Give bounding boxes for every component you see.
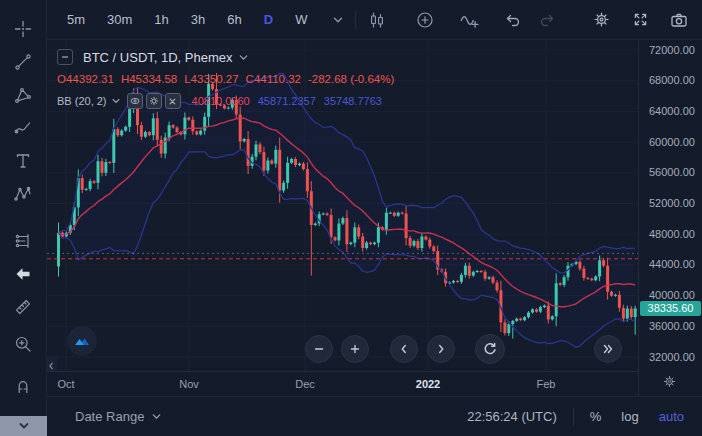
timeframe-w[interactable]: W [295, 12, 307, 27]
chevron-down-icon[interactable] [238, 52, 249, 63]
maximize-chart-button[interactable] [67, 326, 97, 356]
price-axis-label: 36000.00 [649, 320, 695, 332]
indicator-label[interactable]: BB (20, 2) [57, 95, 107, 107]
chevron-down-icon [17, 419, 31, 433]
timeframe-1h[interactable]: 1h [154, 12, 168, 27]
brush-icon [13, 118, 33, 138]
crosshair-tool-button[interactable] [6, 12, 40, 45]
time-axis[interactable]: OctNovDec2022Feb [47, 371, 638, 396]
toolbar-divider [355, 10, 356, 30]
chart-legend: BTC / USDT, 1D, Phemex O44392.31 H45334.… [57, 48, 401, 114]
forecast-icon [13, 231, 33, 251]
redo-button[interactable] [534, 7, 560, 33]
price-axis-label: 68000.00 [649, 74, 695, 86]
legend-symbol-row: BTC / USDT, 1D, Phemex [57, 48, 401, 66]
symbol-title[interactable]: BTC / USDT, 1D, Phemex [83, 50, 233, 65]
chevron-down-icon[interactable] [111, 96, 121, 106]
divider [573, 408, 574, 426]
indicator-visibility-button[interactable] [127, 93, 143, 109]
timeframe-5m[interactable]: 5m [67, 12, 85, 27]
ruler-icon [13, 297, 33, 317]
log-scale-toggle[interactable]: log [621, 409, 638, 424]
fullscreen-icon [631, 10, 650, 29]
reset-chart-button[interactable] [475, 334, 505, 364]
toolbar-more-button[interactable] [0, 416, 47, 436]
axis-settings-button[interactable] [662, 374, 677, 393]
auto-scale-toggle[interactable]: auto [659, 409, 684, 424]
magnifier-plus-icon [13, 334, 33, 354]
timeframe-row: 5m30m1h3h6hDW [67, 12, 329, 27]
time-axis-label: Nov [179, 378, 199, 390]
timeframe-30m[interactable]: 30m [107, 12, 132, 27]
trend-line-tool-button[interactable] [6, 45, 40, 78]
reload-icon [482, 341, 498, 357]
time-axis-label: Dec [295, 378, 315, 390]
date-range-button[interactable]: Date Range [75, 409, 162, 424]
scroll-right-button[interactable] [427, 335, 455, 363]
change-value: -282.68 (-0.64%) [308, 73, 394, 85]
forecast-tool-button[interactable] [6, 224, 40, 257]
brush-tool-button[interactable] [6, 111, 40, 144]
camera-icon [669, 10, 689, 30]
high-value: H45334.58 [121, 73, 177, 85]
time-axis-label: 2022 [416, 378, 440, 390]
legend-collapse-button[interactable] [57, 49, 73, 65]
zoom-in-tool-button[interactable] [6, 327, 40, 360]
price-axis-label: 64000.00 [649, 105, 695, 117]
bb-basis-value: 40810.0060 [192, 95, 250, 107]
plus-icon [348, 342, 362, 356]
fullscreen-button[interactable] [627, 7, 653, 33]
close-value: C44110.32 [246, 73, 301, 85]
settings-button[interactable] [588, 7, 614, 33]
undo-arrow-icon [503, 10, 523, 30]
pitchfork-tool-button[interactable] [6, 78, 40, 111]
open-value: O44392.31 [57, 73, 114, 85]
text-tool-button[interactable] [6, 144, 40, 177]
compare-plus-icon [415, 10, 435, 30]
time-axis-label: Oct [57, 378, 74, 390]
measure-tool-button[interactable] [6, 290, 40, 323]
timeframe-3h[interactable]: 3h [191, 12, 205, 27]
add-indicator-button[interactable] [456, 7, 482, 33]
timeframe-6h[interactable]: 6h [227, 12, 241, 27]
chart-style-button[interactable] [364, 7, 390, 33]
drawing-toolbar [0, 0, 47, 436]
candlestick-style-icon [367, 10, 387, 30]
zoom-in-button[interactable] [341, 335, 369, 363]
chevron-right-icon [434, 342, 448, 356]
price-axis[interactable]: 38335.60 72000.0068000.0064000.0060000.0… [638, 40, 702, 396]
go-to-realtime-button[interactable] [594, 335, 622, 363]
chevron-down-icon [151, 411, 162, 422]
gear-icon [662, 374, 677, 389]
bb-upper-value: 45871.2357 [258, 95, 316, 107]
screenshot-button[interactable] [666, 7, 692, 33]
ohlc-row: O44392.31 H45334.58 L43350.27 C44110.32 … [57, 70, 401, 88]
timeframe-menu-button[interactable] [329, 7, 347, 33]
indicator-remove-button[interactable] [165, 93, 181, 109]
price-axis-label: 72000.00 [649, 44, 695, 56]
minus-icon [60, 52, 70, 62]
gear-icon [148, 95, 160, 107]
chevron-down-icon [332, 14, 344, 26]
crosshair-icon [13, 19, 33, 39]
price-axis-label: 60000.00 [649, 136, 695, 148]
chevron-left-icon [397, 342, 411, 356]
compare-button[interactable] [412, 7, 438, 33]
hide-toolbar-arrow-button[interactable] [6, 257, 40, 290]
percent-scale-toggle[interactable]: % [590, 409, 602, 424]
chart-pane[interactable]: BTC / USDT, 1D, Phemex O44392.31 H45334.… [47, 40, 638, 371]
indicator-settings-button[interactable] [146, 93, 162, 109]
minus-icon [312, 342, 326, 356]
price-axis-label: 48000.00 [649, 228, 695, 240]
undo-button[interactable] [500, 7, 526, 33]
zoom-out-button[interactable] [305, 335, 333, 363]
price-axis-label: 32000.00 [649, 351, 695, 363]
magnet-tool-button[interactable] [6, 368, 40, 401]
price-axis-label: 56000.00 [649, 166, 695, 178]
scroll-left-button[interactable] [390, 335, 418, 363]
timeframe-d[interactable]: D [264, 12, 273, 27]
text-icon [13, 151, 33, 171]
last-price-tag: 38335.60 [640, 301, 701, 316]
redo-arrow-icon [537, 10, 557, 30]
xabcd-pattern-tool-button[interactable] [6, 177, 40, 210]
